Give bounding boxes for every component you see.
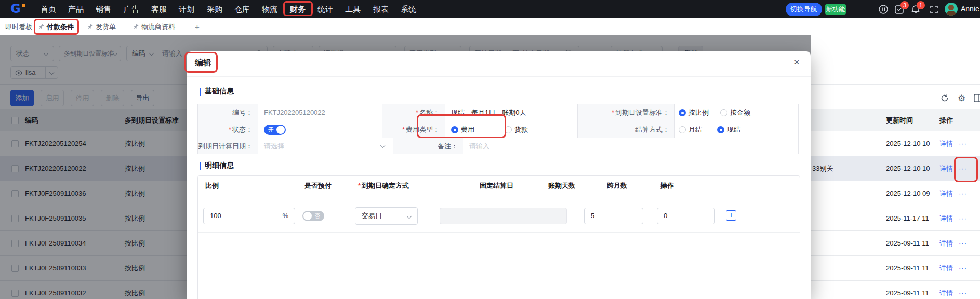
user-name[interactable]: Annie [961, 5, 979, 13]
user-avatar[interactable] [945, 3, 958, 16]
radio-goods-payment-label[interactable]: 货款 [514, 126, 528, 133]
radio-by-ratio[interactable] [679, 109, 686, 116]
radio-by-ratio-label[interactable]: 按比例 [688, 109, 709, 116]
radio-monthly-settle-label[interactable]: 月结 [688, 126, 702, 133]
nav-item-finance[interactable]: 财务 [290, 0, 306, 18]
more-actions-button[interactable]: ··· [959, 281, 967, 299]
detail-link[interactable]: 详情 [939, 256, 953, 280]
basic-info-form: 编号： FKTJ202205120022 *名称： 现结，每月1日，账期0天 *… [197, 104, 799, 154]
more-actions-button[interactable]: ··· [959, 131, 967, 156]
radio-cash-settle[interactable] [717, 126, 724, 133]
column-header-ratio: 比例 [205, 176, 219, 196]
tab-payment-terms[interactable]: 付款条件 [47, 18, 74, 35]
detail-link[interactable]: 详情 [939, 231, 953, 255]
tab-dashboard[interactable]: 即时看板 [5, 18, 32, 35]
status-label: *状态： [229, 121, 253, 138]
brand-logo[interactable]: G [10, 2, 21, 16]
status-toggle-on[interactable]: 开 [264, 125, 286, 135]
nav-item-plan[interactable]: 计划 [179, 0, 194, 18]
nav-item-tools[interactable]: 工具 [345, 0, 361, 18]
detail-link[interactable]: 详情 [939, 206, 953, 230]
ratio-input[interactable]: 100 % [203, 208, 295, 224]
due-method-select[interactable]: 交易日 [355, 207, 418, 225]
detail-link[interactable]: 详情 [939, 156, 953, 181]
column-settings-icon[interactable] [974, 94, 980, 102]
nav-item-service[interactable]: 客服 [151, 0, 167, 18]
fullscreen-icon[interactable] [930, 6, 938, 13]
divider [187, 76, 811, 77]
cell-name-peek: 33别关 [812, 156, 833, 181]
required-mark: * [402, 126, 405, 133]
gear-icon[interactable]: ⚙ [958, 93, 965, 104]
more-actions-button[interactable]: ··· [959, 256, 967, 280]
remark-input[interactable]: 请输入 [469, 138, 489, 155]
nav-item-purchase[interactable]: 采购 [207, 0, 222, 18]
switch-navigation-button[interactable]: 切换导航 [786, 3, 822, 16]
toggle-knob [303, 212, 312, 220]
refresh-icon[interactable] [941, 94, 949, 102]
nav-item-ads[interactable]: 广告 [124, 0, 139, 18]
more-actions-button[interactable]: ··· [959, 181, 967, 206]
calc-date-select[interactable]: 请选择 [264, 138, 284, 155]
column-header-due-method: *到期日确定方式 [358, 176, 409, 196]
more-actions-button[interactable]: ··· [959, 206, 967, 230]
radio-fee[interactable] [451, 126, 458, 133]
more-actions-button[interactable]: ··· [959, 156, 967, 181]
detail-link[interactable]: 详情 [939, 281, 953, 299]
queue-status-icon[interactable] [879, 5, 888, 14]
name-value[interactable]: 现结，每月1日，账期0天 [451, 104, 526, 121]
add-tab-button[interactable]: + [195, 18, 200, 35]
add-row-button[interactable]: + [726, 210, 736, 221]
edit-dialog: 编辑 × 基础信息 编号： FKTJ202205120022 *名称： 现结，每… [187, 51, 811, 299]
name-label: *名称： [416, 104, 440, 121]
pin-icon[interactable] [87, 23, 94, 30]
column-header-updated-at[interactable]: 更新时间 [886, 109, 913, 131]
nav-item-home[interactable]: 首页 [41, 0, 56, 18]
tab-delivery-note[interactable]: 发货单 [96, 18, 116, 35]
tab-separator [183, 23, 183, 30]
divider [463, 138, 463, 154]
nav-item-reports[interactable]: 报表 [373, 0, 389, 18]
radio-by-amount[interactable] [720, 109, 727, 116]
radio-cash-settle-label[interactable]: 现结 [727, 126, 740, 133]
column-divider [882, 116, 882, 124]
close-icon[interactable]: × [794, 57, 800, 68]
nav-item-warehouse[interactable]: 仓库 [234, 0, 250, 18]
detail-link[interactable]: 详情 [939, 131, 953, 156]
new-feature-badge[interactable]: 新功能 [825, 4, 846, 15]
notification-count-badge: 1 [917, 1, 925, 9]
pin-icon[interactable] [133, 23, 139, 30]
radio-by-amount-label[interactable]: 按金额 [730, 109, 750, 116]
due-standard-label-text: 到期日设置标准： [615, 108, 669, 116]
nav-item-system[interactable]: 系统 [401, 0, 416, 18]
cell-updated: 2025-12-10 10 [886, 156, 934, 181]
radio-goods-payment[interactable] [505, 126, 512, 133]
nav-item-logistics[interactable]: 物流 [262, 0, 277, 18]
section-title-basic: 基础信息 [205, 87, 234, 96]
toggle-knob [276, 126, 285, 134]
tab-separator [125, 23, 125, 30]
radio-fee-label[interactable]: 费用 [461, 126, 474, 133]
prepay-toggle-off[interactable]: 否 [302, 211, 324, 221]
code-label: 编号： [232, 104, 253, 121]
divider [258, 138, 258, 154]
actions-column-divider [934, 109, 934, 299]
tab-logistics-provider[interactable]: 物流商资料 [141, 18, 175, 35]
more-actions-button[interactable]: ··· [959, 231, 967, 255]
tab-bar: 即时看板 付款条件 发货单 物流商资料 + [0, 18, 980, 35]
column-header-due-method-text: 到期日确定方式 [362, 182, 409, 189]
code-value: FKTJ202205120022 [264, 104, 325, 121]
nav-item-sales[interactable]: 销售 [96, 0, 111, 18]
brand-logo-dot [22, 4, 25, 7]
detail-link[interactable]: 详情 [939, 181, 953, 206]
cross-month-input[interactable]: 0 [657, 208, 715, 224]
divider [258, 104, 258, 121]
divider [445, 121, 445, 138]
radio-monthly-settle[interactable] [679, 126, 686, 133]
days-input[interactable]: 5 [584, 208, 643, 224]
pin-icon[interactable] [38, 23, 45, 30]
avatar-head [948, 5, 954, 10]
fee-type-label: *费用类型： [402, 121, 440, 138]
nav-item-product[interactable]: 产品 [68, 0, 84, 18]
nav-item-stats[interactable]: 统计 [317, 0, 333, 18]
